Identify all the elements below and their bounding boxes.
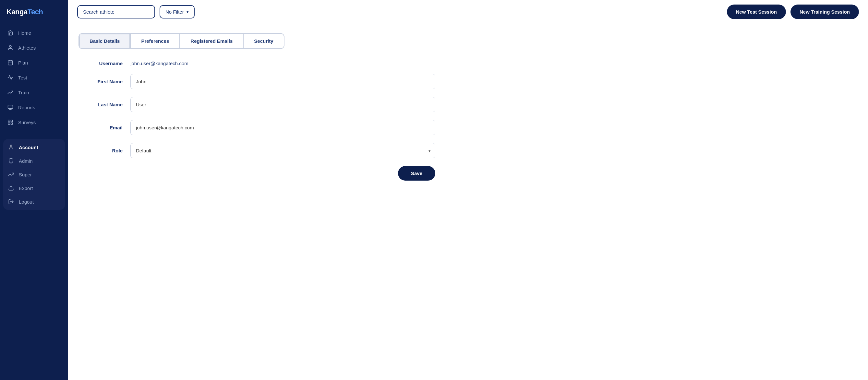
tab-preferences[interactable]: Preferences [131,34,180,48]
sidebar-item-label: Reports [18,105,35,110]
last-name-label: Last Name [79,102,130,107]
logout-icon [8,198,14,205]
first-name-label: First Name [79,79,130,84]
surveys-icon [7,119,13,125]
reports-icon [7,104,13,110]
sidebar-item-surveys[interactable]: Surveys [0,115,68,130]
username-value: john.user@kangatech.com [130,61,188,66]
test-icon [7,74,13,81]
svg-rect-9 [11,120,13,122]
role-label: Role [79,148,130,153]
sidebar-item-export[interactable]: Export [3,181,65,195]
account-icon [8,144,14,151]
sidebar-item-athletes[interactable]: Athletes [0,40,68,55]
home-icon [7,30,13,36]
tab-registered-emails[interactable]: Registered Emails [180,34,244,48]
athletes-icon [7,44,13,51]
save-row: Save [79,166,435,181]
export-icon [8,185,14,191]
sidebar-item-super[interactable]: Super [3,168,65,181]
sidebar-item-label: Train [18,90,29,95]
svg-rect-10 [11,123,13,125]
brand-logo: KangaTech [0,0,68,25]
sidebar-item-plan[interactable]: Plan [0,55,68,70]
sidebar-item-label: Test [18,75,27,81]
username-label: Username [79,61,130,66]
svg-rect-8 [8,120,10,122]
account-section: Account Admin Super [3,139,65,210]
train-icon [7,89,13,96]
role-row: Role Default Admin Super ▾ [79,143,435,158]
sidebar-item-test[interactable]: Test [0,70,68,85]
svg-point-0 [9,45,11,48]
search-wrapper [77,5,155,19]
sidebar-item-label: Logout [19,199,34,204]
brand-name: KangaTech [6,8,43,16]
new-training-session-button[interactable]: New Training Session [790,4,859,19]
sidebar-item-label: Super [19,172,32,177]
tab-bar: Basic Details Preferences Registered Ema… [79,33,284,49]
sidebar-item-home[interactable]: Home [0,25,68,40]
sidebar-item-label: Athletes [18,45,36,51]
first-name-input[interactable] [130,74,435,89]
svg-rect-11 [8,123,10,125]
tab-basic-details[interactable]: Basic Details [79,34,131,48]
role-select[interactable]: Default Admin Super [130,143,435,158]
basic-details-form: Username john.user@kangatech.com First N… [79,61,435,181]
sidebar-nav: Home Athletes Plan [0,25,68,380]
search-input[interactable] [77,5,155,19]
sidebar-item-label: Admin [19,158,33,164]
page-content: Basic Details Preferences Registered Ema… [68,24,868,380]
main-content: No Filter ▾ New Test Session New Trainin… [68,0,868,380]
filter-label: No Filter [165,9,184,14]
first-name-row: First Name [79,74,435,89]
sidebar-divider [0,133,68,133]
sidebar-item-admin[interactable]: Admin [3,154,65,168]
last-name-input[interactable] [130,97,435,112]
sidebar-item-label: Surveys [18,120,36,125]
sidebar-item-logout[interactable]: Logout [3,195,65,209]
super-icon [8,171,14,178]
sidebar: KangaTech Home Athletes [0,0,68,380]
svg-rect-5 [8,105,13,108]
admin-icon [8,158,14,164]
role-select-wrapper: Default Admin Super ▾ [130,143,435,158]
sidebar-item-label: Home [18,30,31,36]
save-button[interactable]: Save [398,166,435,181]
filter-dropdown[interactable]: No Filter ▾ [160,5,195,19]
username-row: Username john.user@kangatech.com [79,61,435,66]
svg-rect-1 [8,61,13,65]
sidebar-item-label: Export [19,186,33,191]
sidebar-item-label: Account [19,145,38,150]
topbar: No Filter ▾ New Test Session New Trainin… [68,0,868,24]
sidebar-item-label: Plan [18,60,28,65]
svg-point-12 [10,145,12,147]
sidebar-item-reports[interactable]: Reports [0,100,68,115]
last-name-row: Last Name [79,97,435,112]
email-input[interactable] [130,120,435,135]
email-label: Email [79,125,130,130]
tab-security[interactable]: Security [244,34,283,48]
sidebar-item-train[interactable]: Train [0,85,68,100]
chevron-down-icon: ▾ [187,9,189,14]
new-test-session-button[interactable]: New Test Session [727,4,786,19]
plan-icon [7,59,13,66]
email-row: Email [79,120,435,135]
sidebar-item-account[interactable]: Account [3,140,65,154]
